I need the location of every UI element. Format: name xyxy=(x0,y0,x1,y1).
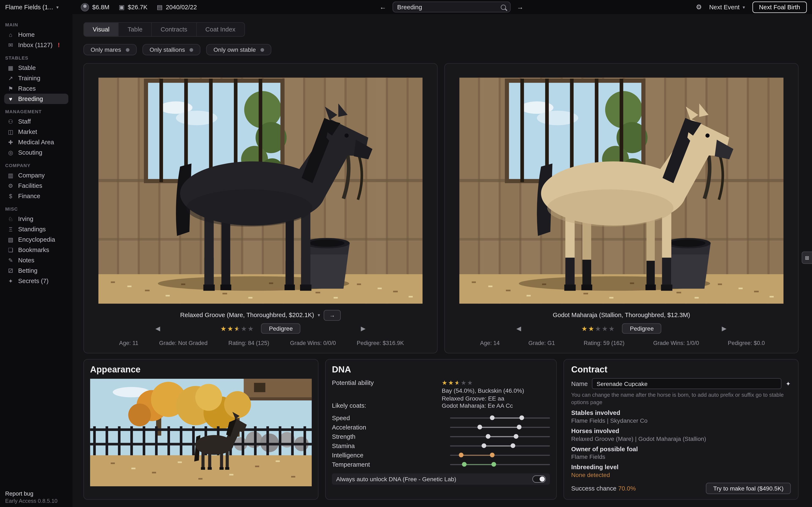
sidebar-item-scouting[interactable]: ◎ Scouting xyxy=(4,148,68,158)
stallion-genetics: Godot Maharaja: Ee AA Cc xyxy=(442,402,550,410)
chevron-down-icon: ▾ xyxy=(56,4,59,9)
stallion-panel: Godot Maharaja (Stallion, Thoroughbred, … xyxy=(444,63,799,353)
tab-visual[interactable]: Visual xyxy=(84,23,119,36)
slider-row-temperament: Temperament xyxy=(332,460,550,469)
next-horse-arrow[interactable]: ▶ xyxy=(361,325,366,332)
inbox-alert-badge: ! xyxy=(58,41,60,49)
filter-only-mares[interactable]: Only mares xyxy=(83,44,137,55)
next-event-selector[interactable]: Next Event ▾ xyxy=(709,3,745,11)
sidebar-item-home[interactable]: ⌂ Home xyxy=(4,30,68,40)
mare-grade: Grade: Not Graded xyxy=(159,340,207,346)
potential-ability-label: Potential ability xyxy=(332,379,442,386)
stable-icon: ▦ xyxy=(7,64,14,71)
sidebar-item-races[interactable]: ⚑ Races xyxy=(4,83,68,94)
filter-only-stallions[interactable]: Only stallions xyxy=(142,44,200,55)
slider-row-acceleration: Acceleration xyxy=(332,422,550,432)
temperament-slider[interactable] xyxy=(450,461,550,468)
next-horse-arrow[interactable]: ▶ xyxy=(722,325,726,332)
next-foal-birth-button[interactable]: Next Foal Birth xyxy=(752,1,807,13)
foal-name-input[interactable] xyxy=(592,378,781,389)
sidebar-section-stables: STABLES xyxy=(5,55,67,60)
stallion-pedigree-value: Pedigree: $0.0 xyxy=(728,340,765,346)
mare-genetics: Relaxed Groove: EE aa xyxy=(442,394,550,402)
prev-horse-arrow[interactable]: ◀ xyxy=(155,325,160,332)
standings-icon: Ξ xyxy=(7,226,14,232)
sidebar-item-betting[interactable]: ⚂ Betting xyxy=(4,265,68,276)
sidebar-item-notes[interactable]: ✎ Notes xyxy=(4,255,68,265)
mare-rating: Rating: 84 (125) xyxy=(229,340,269,346)
mare-stall-image xyxy=(98,77,422,303)
sidebar-item-standings[interactable]: Ξ Standings xyxy=(4,224,68,234)
speed-slider[interactable] xyxy=(450,414,550,421)
sidebar-item-secrets[interactable]: ✦ Secrets (7) xyxy=(4,276,68,286)
next-event-label: Next Event xyxy=(709,3,740,11)
dna-summary: Potential ability Likely coats: ★★★★★ Ba… xyxy=(332,379,550,409)
sidebar-item-company[interactable]: ▥ Company xyxy=(4,170,68,181)
stallion-rating-row: ◀ ★★★★★ Pedigree ▶ xyxy=(459,323,783,334)
mare-star-rating: ★★★★★ xyxy=(220,325,254,332)
betting-icon: ⚂ xyxy=(7,267,14,274)
sidebar-item-inbox[interactable]: ✉ Inbox (1127) ! xyxy=(4,40,68,50)
stable-selector[interactable]: Flame Fields (1... ▾ xyxy=(5,3,71,11)
stables-involved-field: Stables involved Flame Fields | Skydance… xyxy=(571,409,791,424)
stallion-name-row[interactable]: Godot Maharaja (Stallion, Thoroughbred, … xyxy=(459,310,783,320)
success-chance-label: Success chance xyxy=(571,485,616,492)
dna-sliders: Speed Acceleration Strength xyxy=(332,413,550,469)
slider-row-intelligence: Intelligence xyxy=(332,450,550,460)
auto-unlock-toggle[interactable] xyxy=(532,475,546,482)
inbreeding-label: Inbreeding level xyxy=(571,464,791,471)
back-button[interactable]: ← xyxy=(379,3,386,11)
sidebar-item-encyclopedia[interactable]: ▧ Encyclopedia xyxy=(4,234,68,245)
notes-icon: ✎ xyxy=(7,257,14,264)
market-icon: ◫ xyxy=(7,129,14,135)
sidebar-item-bookmarks[interactable]: ❏ Bookmarks xyxy=(4,245,68,255)
tab-contracts[interactable]: Contracts xyxy=(152,23,196,36)
owner-label: Owner of possible foal xyxy=(571,446,791,453)
forward-button[interactable]: → xyxy=(517,3,523,11)
sidebar-item-stable[interactable]: ▦ Stable xyxy=(4,62,68,73)
facilities-icon: ⚙ xyxy=(7,182,14,189)
inbox-icon: ✉ xyxy=(7,42,14,48)
sidebar-item-breeding[interactable]: ♥ Breeding xyxy=(4,94,68,104)
view-tabs: Visual Table Contracts Coat Index xyxy=(83,22,245,37)
intelligence-slider[interactable] xyxy=(450,451,550,459)
mare-pedigree-button[interactable]: Pedigree xyxy=(261,324,301,334)
likely-coats-label: Likely coats: xyxy=(332,402,442,409)
sidebar-item-medical-area[interactable]: ✚ Medical Area xyxy=(4,137,68,148)
mare-send-arrow-button[interactable]: → xyxy=(324,310,341,321)
sidebar-item-market[interactable]: ◫ Market xyxy=(4,127,68,137)
scouting-icon: ◎ xyxy=(7,149,14,156)
prev-horse-arrow[interactable]: ◀ xyxy=(516,325,521,332)
sidebar-item-irving[interactable]: ♘ Irving xyxy=(4,214,68,224)
sidebar: MAIN ⌂ Home ✉ Inbox (1127) ! STABLES ▦ S… xyxy=(0,14,72,507)
horse-selection: Relaxed Groove (Mare, Thoroughbred, $202… xyxy=(83,63,799,353)
sidebar-item-staff[interactable]: ⚇ Staff xyxy=(4,116,68,127)
report-bug-link[interactable]: Report bug xyxy=(5,491,57,497)
sparkle-icon[interactable]: ✦ xyxy=(785,380,791,387)
sidebar-section-misc: MISC xyxy=(5,207,67,212)
search-box[interactable] xyxy=(393,1,510,12)
sidebar-footer: Report bug Early Access 0.8.5.10 xyxy=(5,491,57,504)
side-panel-expand-button[interactable]: ⊞ xyxy=(802,251,812,264)
foal-name-label: Name xyxy=(571,380,588,387)
gear-icon[interactable]: ⚙ xyxy=(696,3,702,11)
topbar-right: ⚙ Next Event ▾ Next Foal Birth xyxy=(696,1,807,13)
filter-only-own-stable[interactable]: Only own stable xyxy=(206,44,271,55)
sidebar-item-training[interactable]: ↗ Training xyxy=(4,73,68,83)
strength-slider[interactable] xyxy=(450,433,550,440)
supplies-display: ▣ $26.7K xyxy=(119,3,148,11)
chevron-down-icon: ▾ xyxy=(318,313,320,318)
stallion-stats-row: Age: 14 Grade: G1 Rating: 59 (162) Grade… xyxy=(459,340,783,346)
mare-name-row[interactable]: Relaxed Groove (Mare, Thoroughbred, $202… xyxy=(98,310,422,320)
name-change-note: You can change the name after the horse … xyxy=(571,392,791,406)
search-input[interactable] xyxy=(397,3,498,11)
sidebar-item-facilities[interactable]: ⚙ Facilities xyxy=(4,181,68,191)
stallion-pedigree-button[interactable]: Pedigree xyxy=(622,324,661,334)
inbreeding-field: Inbreeding level None detected xyxy=(571,464,791,478)
stamina-slider[interactable] xyxy=(450,442,550,449)
make-foal-button[interactable]: Try to make foal ($490.5K) xyxy=(706,483,791,494)
acceleration-slider[interactable] xyxy=(450,424,550,431)
sidebar-item-finance[interactable]: $ Finance xyxy=(4,191,68,201)
tab-table[interactable]: Table xyxy=(119,23,152,36)
tab-coat-index[interactable]: Coat Index xyxy=(196,23,244,36)
